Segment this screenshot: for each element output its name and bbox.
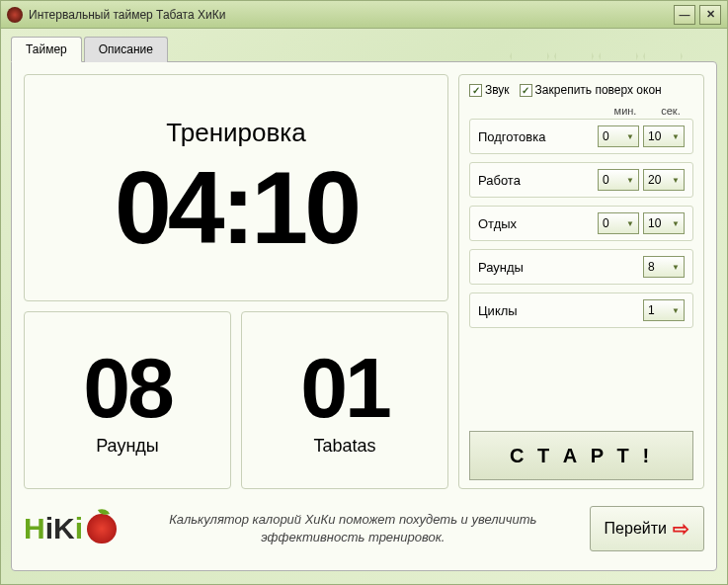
chevron-down-icon: ▼ <box>672 219 680 228</box>
rest-sec-dropdown[interactable]: 10▼ <box>643 212 685 234</box>
start-button[interactable]: С Т А Р Т ! <box>469 431 693 480</box>
work-sec-dropdown[interactable]: 20▼ <box>643 169 685 191</box>
minimize-button[interactable]: — <box>674 5 695 25</box>
tabatas-label: Tabatas <box>252 436 438 457</box>
rest-row: Отдых 0▼ 10▼ <box>469 206 693 241</box>
chevron-down-icon: ▼ <box>672 176 680 185</box>
settings-header: мин. сек. <box>469 103 693 119</box>
prepare-sec-dropdown[interactable]: 10▼ <box>643 125 685 147</box>
rounds-setting-label: Раунды <box>478 260 639 275</box>
min-header: мин. <box>603 105 648 117</box>
checkmark-icon: ✓ <box>520 84 532 97</box>
tab-bar: Таймер Описание <box>11 37 717 62</box>
chevron-down-icon: ▼ <box>626 219 634 228</box>
time-value: 04:10 <box>35 156 438 259</box>
cycles-dropdown[interactable]: 1▼ <box>643 299 685 321</box>
tab-description[interactable]: Описание <box>84 37 168 62</box>
cycles-label: Циклы <box>478 303 639 318</box>
footer: HiKi Калькулятор калорий ХиКи поможет по… <box>24 499 704 558</box>
pin-label: Закрепить поверх окон <box>535 83 662 97</box>
rounds-display: 08 Раунды <box>24 311 231 489</box>
app-window: Интервальный таймер Табата ХиКи — ✕ Тайм… <box>0 0 728 585</box>
display-column: Тренировка 04:10 08 Раунды 01 Tabatas <box>24 74 448 489</box>
chevron-down-icon: ▼ <box>672 132 680 141</box>
rounds-value: 08 <box>35 345 220 430</box>
sound-label: Звук <box>485 83 510 97</box>
main-timer-display: Тренировка 04:10 <box>24 74 448 301</box>
chevron-down-icon: ▼ <box>672 263 680 272</box>
footer-text: Калькулятор калорий ХиКи поможет похудет… <box>130 511 576 546</box>
prepare-row: Подготовка 0▼ 10▼ <box>469 119 693 154</box>
cycles-row: Циклы 1▼ <box>469 292 693 328</box>
rounds-dropdown[interactable]: 8▼ <box>643 256 685 278</box>
work-row: Работа 0▼ 20▼ <box>469 162 693 198</box>
work-label: Работа <box>478 173 594 188</box>
tab-panel-timer: Тренировка 04:10 08 Раунды 01 Tabatas <box>11 61 717 571</box>
goto-button[interactable]: Перейти ⇨ <box>590 506 704 551</box>
close-button[interactable]: ✕ <box>699 5 721 25</box>
rest-label: Отдых <box>478 216 594 231</box>
arrow-right-icon: ⇨ <box>673 517 689 541</box>
phase-label: Тренировка <box>35 118 438 148</box>
chevron-down-icon: ▼ <box>626 132 634 141</box>
apple-icon <box>87 514 117 543</box>
titlebar: Интервальный таймер Табата ХиКи — ✕ <box>1 1 727 29</box>
tabatas-display: 01 Tabatas <box>241 311 448 489</box>
hiki-logo: HiKi <box>24 512 117 545</box>
rest-min-dropdown[interactable]: 0▼ <box>598 212 639 234</box>
checkmark-icon: ✓ <box>469 84 482 97</box>
work-min-dropdown[interactable]: 0▼ <box>598 169 639 191</box>
pin-checkbox[interactable]: ✓ Закрепить поверх окон <box>520 83 662 97</box>
chevron-down-icon: ▼ <box>626 176 634 185</box>
sec-header: сек. <box>648 105 693 117</box>
prepare-label: Подготовка <box>478 129 594 144</box>
window-body: Таймер Описание Тренировка 04:10 08 Раун… <box>1 29 727 584</box>
goto-label: Перейти <box>605 520 667 538</box>
chevron-down-icon: ▼ <box>672 306 680 315</box>
tab-timer[interactable]: Таймер <box>11 37 82 62</box>
settings-column: ✓ Звук ✓ Закрепить поверх окон мин. сек. <box>458 74 704 489</box>
window-title: Интервальный таймер Табата ХиКи <box>29 8 670 22</box>
rounds-row: Раунды 8▼ <box>469 249 693 285</box>
sound-checkbox[interactable]: ✓ Звук <box>469 83 510 97</box>
app-icon <box>7 7 23 23</box>
tabatas-value: 01 <box>252 345 438 430</box>
rounds-label: Раунды <box>35 436 220 457</box>
prepare-min-dropdown[interactable]: 0▼ <box>598 125 639 147</box>
